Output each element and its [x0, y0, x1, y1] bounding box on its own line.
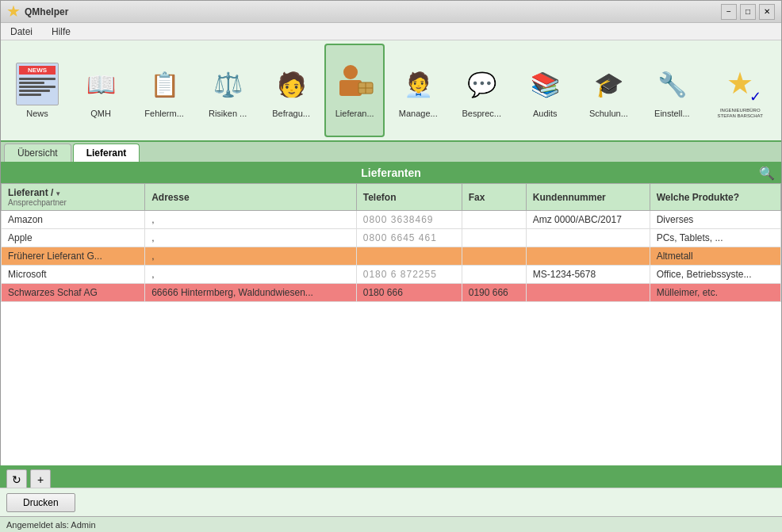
toolbar-qmh[interactable]: 📖 QMH — [71, 44, 131, 137]
titlebar-controls: − □ ✕ — [721, 4, 775, 20]
cell-kundennummer — [526, 229, 650, 247]
toolbar-news[interactable]: NEWS News — [7, 44, 67, 137]
cell-adresse: , — [145, 229, 357, 247]
table-row[interactable]: Schwarzes Schaf AG 66666 Hintermberg, Wa… — [2, 284, 781, 302]
maximize-button[interactable]: □ — [740, 4, 756, 20]
toolbar-manage[interactable]: 🧑‍💼 Manage... — [388, 44, 448, 137]
toolbar-schulun[interactable]: 🎓 Schulun... — [578, 44, 638, 137]
toolbar-lieferan-label: Lieferan... — [335, 109, 374, 118]
close-button[interactable]: ✕ — [759, 4, 775, 20]
cell-adresse: 66666 Hintermberg, Waldundwiesen... — [145, 284, 357, 302]
lieferan-icon — [333, 63, 376, 105]
manage-icon: 🧑‍💼 — [397, 63, 439, 105]
app-icon — [7, 6, 20, 18]
print-button[interactable]: Drucken — [6, 493, 75, 512]
toolbar-risiken[interactable]: ⚖️ Risiken ... — [197, 44, 258, 137]
svg-point-0 — [343, 65, 358, 79]
minimize-button[interactable]: − — [721, 4, 737, 20]
logo-text: INGENIEURBÜROSTEFAN BARSCHAT — [718, 108, 763, 118]
toolbar-manage-label: Manage... — [399, 109, 438, 118]
risiken-icon: ⚖️ — [206, 63, 249, 105]
cell-lieferant: Apple — [2, 229, 145, 247]
befragu-icon: 🧑 — [270, 63, 312, 105]
tabs: Übersicht Lieferant — [1, 142, 781, 163]
cell-telefon: 0800 3638469 — [356, 211, 462, 229]
cell-produkte: Altmetall — [650, 247, 780, 266]
col-fax[interactable]: Fax — [462, 184, 526, 211]
logo-icon: ★ ✓ — [719, 62, 761, 105]
toolbar-qmh-label: QMH — [90, 109, 111, 118]
einstell-icon: 🔧 — [650, 63, 693, 105]
toolbar-befragu-label: Befragu... — [272, 109, 310, 118]
toolbar-audits-label: Audits — [533, 109, 558, 118]
cell-kundennummer: MS-1234-5678 — [526, 266, 650, 284]
cell-telefon: 0180 666 — [356, 284, 462, 302]
cell-lieferant: Früherer Lieferant G... — [2, 247, 145, 266]
cell-kundennummer: Amz 0000/ABC/2017 — [526, 211, 650, 229]
print-bar: Drucken — [0, 488, 782, 516]
cell-adresse: , — [145, 211, 357, 229]
table-title-bar: Lieferanten 🔍 — [1, 163, 781, 183]
table-row[interactable]: Apple , 0800 6645 461 PCs, Tablets, ... — [2, 229, 781, 247]
cell-fax — [462, 266, 526, 284]
cell-adresse: , — [145, 266, 357, 284]
menu-hilfe[interactable]: Hilfe — [45, 25, 77, 39]
toolbar-fehlerm-label: Fehlerm... — [144, 109, 184, 118]
cell-produkte: Office, Betriebssyste... — [650, 266, 780, 284]
cell-produkte: PCs, Tablets, ... — [650, 229, 780, 247]
cell-fax — [462, 211, 526, 229]
cell-fax — [462, 229, 526, 247]
titlebar-left: QMhelper — [7, 6, 68, 18]
menu-datei[interactable]: Datei — [4, 25, 39, 39]
status-text: Angemeldet als: Admin — [6, 520, 96, 530]
cell-produkte: Diverses — [650, 211, 780, 229]
col-kundennummer[interactable]: Kundennummer — [526, 184, 650, 211]
table-title: Lieferanten — [361, 166, 420, 179]
cell-fax — [462, 247, 526, 266]
table-row[interactable]: Früherer Lieferant G... , Altmetall — [2, 247, 781, 266]
toolbar-besprec[interactable]: 💬 Besprec... — [451, 44, 512, 137]
cell-lieferant: Amazon — [2, 211, 145, 229]
tab-lieferant[interactable]: Lieferant — [73, 144, 140, 162]
table-row[interactable]: Amazon , 0800 3638469 Amz 0000/ABC/2017 … — [2, 211, 781, 229]
toolbar-einstell[interactable]: 🔧 Einstell... — [642, 44, 702, 137]
toolbar-news-label: News — [26, 109, 48, 118]
col-telefon[interactable]: Telefon — [356, 184, 462, 211]
cell-lieferant: Microsoft — [2, 266, 145, 284]
besprec-icon: 💬 — [460, 63, 503, 105]
col-adresse[interactable]: Adresse — [145, 184, 357, 211]
col-produkte[interactable]: Welche Produkte? — [650, 184, 780, 211]
menubar: Datei Hilfe — [1, 23, 781, 40]
cell-kundennummer — [526, 247, 650, 266]
audits-icon: 📚 — [523, 63, 566, 105]
titlebar: QMhelper − □ ✕ — [1, 1, 781, 23]
cell-kundennummer — [526, 284, 650, 302]
toolbar-schulun-label: Schulun... — [589, 109, 628, 118]
search-icon[interactable]: 🔍 — [759, 166, 775, 181]
statusbar: Angemeldet als: Admin — [0, 516, 782, 532]
fehlerm-icon: 📋 — [143, 63, 186, 105]
table-scroll[interactable]: Lieferant /▼ Ansprechpartner Adresse Tel… — [1, 183, 781, 480]
cell-telefon: 0180 6 872255 — [356, 266, 462, 284]
col-lieferant[interactable]: Lieferant /▼ Ansprechpartner — [2, 184, 145, 211]
cell-produkte: Mülleimer, etc. — [650, 284, 780, 302]
cell-telefon: 0800 6645 461 — [356, 229, 462, 247]
schulun-icon: 🎓 — [587, 63, 630, 105]
toolbar-logo: ★ ✓ INGENIEURBÜROSTEFAN BARSCHAT — [705, 44, 775, 137]
news-icon: NEWS — [16, 63, 59, 105]
qmh-icon: 📖 — [79, 63, 122, 105]
table-header-row: Lieferant /▼ Ansprechpartner Adresse Tel… — [2, 184, 781, 211]
toolbar: NEWS News 📖 QMH 📋 Fehlerm... ⚖️ Risiken … — [1, 40, 781, 142]
cell-fax: 0190 666 — [462, 284, 526, 302]
cell-adresse: , — [145, 247, 357, 266]
table-row[interactable]: Microsoft , 0180 6 872255 MS-1234-5678 O… — [2, 266, 781, 284]
toolbar-befragu[interactable]: 🧑 Befragu... — [261, 44, 321, 137]
data-table: Lieferant /▼ Ansprechpartner Adresse Tel… — [1, 183, 781, 302]
app-title: QMhelper — [25, 6, 68, 17]
toolbar-lieferan[interactable]: Lieferan... — [324, 44, 385, 137]
toolbar-fehlerm[interactable]: 📋 Fehlerm... — [134, 44, 194, 137]
tab-ubersicht[interactable]: Übersicht — [4, 144, 71, 162]
toolbar-audits[interactable]: 📚 Audits — [515, 44, 575, 137]
toolbar-besprec-label: Besprec... — [462, 109, 502, 118]
cell-telefon — [356, 247, 462, 266]
